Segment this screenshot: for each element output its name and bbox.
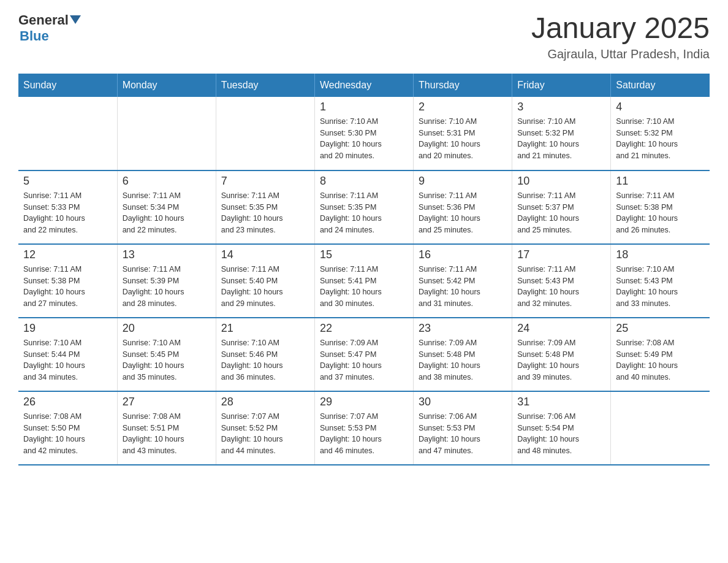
day-info: Sunrise: 7:11 AMSunset: 5:35 PMDaylight:… [320, 190, 408, 236]
day-info: Sunrise: 7:10 AMSunset: 5:32 PMDaylight:… [517, 116, 605, 162]
day-info: Sunrise: 7:06 AMSunset: 5:54 PMDaylight:… [517, 411, 605, 457]
day-info: Sunrise: 7:11 AMSunset: 5:35 PMDaylight:… [221, 190, 309, 236]
calendar-cell [611, 391, 710, 465]
day-number: 26 [23, 396, 112, 408]
calendar-table: SundayMondayTuesdayWednesdayThursdayFrid… [18, 74, 710, 465]
header-wednesday: Wednesday [314, 74, 413, 97]
calendar-cell: 13Sunrise: 7:11 AMSunset: 5:39 PMDayligh… [117, 244, 216, 318]
day-info: Sunrise: 7:08 AMSunset: 5:51 PMDaylight:… [123, 411, 211, 457]
day-number: 1 [320, 101, 408, 113]
day-info: Sunrise: 7:09 AMSunset: 5:47 PMDaylight:… [320, 337, 408, 383]
title-block: January 2025 Gajraula, Uttar Pradesh, In… [531, 12, 710, 61]
day-number: 10 [517, 175, 605, 188]
day-number: 9 [419, 175, 507, 188]
logo-arrow-icon [70, 15, 81, 24]
day-info: Sunrise: 7:11 AMSunset: 5:41 PMDaylight:… [320, 264, 408, 310]
calendar-cell: 5Sunrise: 7:11 AMSunset: 5:33 PMDaylight… [18, 170, 117, 244]
day-number: 21 [221, 322, 309, 335]
day-number: 7 [221, 175, 309, 188]
day-info: Sunrise: 7:11 AMSunset: 5:33 PMDaylight:… [23, 190, 112, 236]
day-info: Sunrise: 7:11 AMSunset: 5:36 PMDaylight:… [419, 190, 507, 236]
logo-general-text: General [18, 12, 69, 28]
day-number: 30 [419, 396, 507, 408]
day-number: 29 [320, 396, 408, 408]
day-number: 12 [23, 248, 112, 261]
location-title: Gajraula, Uttar Pradesh, India [531, 47, 710, 61]
header-saturday: Saturday [611, 74, 710, 97]
day-info: Sunrise: 7:09 AMSunset: 5:48 PMDaylight:… [517, 337, 605, 383]
day-number: 3 [517, 101, 605, 113]
day-number: 25 [616, 322, 705, 335]
calendar-cell: 28Sunrise: 7:07 AMSunset: 5:52 PMDayligh… [216, 391, 314, 465]
day-number: 28 [221, 396, 309, 408]
day-info: Sunrise: 7:06 AMSunset: 5:53 PMDaylight:… [419, 411, 507, 457]
day-info: Sunrise: 7:07 AMSunset: 5:53 PMDaylight:… [320, 411, 408, 457]
day-info: Sunrise: 7:11 AMSunset: 5:40 PMDaylight:… [221, 264, 309, 310]
calendar-cell: 4Sunrise: 7:10 AMSunset: 5:32 PMDaylight… [611, 97, 710, 170]
calendar-cell: 6Sunrise: 7:11 AMSunset: 5:34 PMDaylight… [117, 170, 216, 244]
day-info: Sunrise: 7:09 AMSunset: 5:48 PMDaylight:… [419, 337, 507, 383]
calendar-cell: 12Sunrise: 7:11 AMSunset: 5:38 PMDayligh… [18, 244, 117, 318]
calendar-cell: 2Sunrise: 7:10 AMSunset: 5:31 PMDaylight… [414, 97, 512, 170]
calendar-cell: 7Sunrise: 7:11 AMSunset: 5:35 PMDaylight… [216, 170, 314, 244]
day-number: 2 [419, 101, 507, 113]
day-number: 18 [616, 248, 705, 261]
calendar-cell: 27Sunrise: 7:08 AMSunset: 5:51 PMDayligh… [117, 391, 216, 465]
calendar-cell: 31Sunrise: 7:06 AMSunset: 5:54 PMDayligh… [512, 391, 611, 465]
calendar-cell: 1Sunrise: 7:10 AMSunset: 5:30 PMDaylight… [314, 97, 413, 170]
calendar-cell: 19Sunrise: 7:10 AMSunset: 5:44 PMDayligh… [18, 318, 117, 391]
header-sunday: Sunday [18, 74, 117, 97]
day-number: 31 [517, 396, 605, 408]
header-friday: Friday [512, 74, 611, 97]
calendar-cell: 18Sunrise: 7:10 AMSunset: 5:43 PMDayligh… [611, 244, 710, 318]
day-info: Sunrise: 7:10 AMSunset: 5:45 PMDaylight:… [123, 337, 211, 383]
day-number: 23 [419, 322, 507, 335]
day-number: 19 [23, 322, 112, 335]
day-info: Sunrise: 7:10 AMSunset: 5:30 PMDaylight:… [320, 116, 408, 162]
calendar-cell: 29Sunrise: 7:07 AMSunset: 5:53 PMDayligh… [314, 391, 413, 465]
calendar-cell: 10Sunrise: 7:11 AMSunset: 5:37 PMDayligh… [512, 170, 611, 244]
calendar-cell: 9Sunrise: 7:11 AMSunset: 5:36 PMDaylight… [414, 170, 512, 244]
page-header: General Blue January 2025 Gajraula, Utta… [18, 12, 710, 61]
day-number: 11 [616, 175, 705, 188]
calendar-cell [216, 97, 314, 170]
day-info: Sunrise: 7:11 AMSunset: 5:34 PMDaylight:… [123, 190, 211, 236]
logo: General Blue [18, 12, 81, 44]
calendar-cell [18, 97, 117, 170]
week-row-5: 26Sunrise: 7:08 AMSunset: 5:50 PMDayligh… [18, 391, 710, 465]
day-info: Sunrise: 7:10 AMSunset: 5:31 PMDaylight:… [419, 116, 507, 162]
day-info: Sunrise: 7:08 AMSunset: 5:50 PMDaylight:… [23, 411, 112, 457]
svg-marker-0 [70, 15, 81, 24]
day-info: Sunrise: 7:11 AMSunset: 5:43 PMDaylight:… [517, 264, 605, 310]
day-number: 24 [517, 322, 605, 335]
calendar-cell: 22Sunrise: 7:09 AMSunset: 5:47 PMDayligh… [314, 318, 413, 391]
header-tuesday: Tuesday [216, 74, 314, 97]
calendar-cell: 23Sunrise: 7:09 AMSunset: 5:48 PMDayligh… [414, 318, 512, 391]
day-info: Sunrise: 7:11 AMSunset: 5:38 PMDaylight:… [23, 264, 112, 310]
week-row-4: 19Sunrise: 7:10 AMSunset: 5:44 PMDayligh… [18, 318, 710, 391]
header-thursday: Thursday [414, 74, 512, 97]
day-number: 20 [123, 322, 211, 335]
calendar-cell: 30Sunrise: 7:06 AMSunset: 5:53 PMDayligh… [414, 391, 512, 465]
calendar-cell: 15Sunrise: 7:11 AMSunset: 5:41 PMDayligh… [314, 244, 413, 318]
calendar-header-row: SundayMondayTuesdayWednesdayThursdayFrid… [18, 74, 710, 97]
day-info: Sunrise: 7:07 AMSunset: 5:52 PMDaylight:… [221, 411, 309, 457]
day-info: Sunrise: 7:10 AMSunset: 5:43 PMDaylight:… [616, 264, 705, 310]
month-title: January 2025 [531, 12, 710, 45]
day-number: 5 [23, 175, 112, 188]
calendar-cell: 20Sunrise: 7:10 AMSunset: 5:45 PMDayligh… [117, 318, 216, 391]
calendar-cell: 24Sunrise: 7:09 AMSunset: 5:48 PMDayligh… [512, 318, 611, 391]
calendar-cell: 16Sunrise: 7:11 AMSunset: 5:42 PMDayligh… [414, 244, 512, 318]
calendar-cell: 14Sunrise: 7:11 AMSunset: 5:40 PMDayligh… [216, 244, 314, 318]
day-number: 4 [616, 101, 705, 113]
header-monday: Monday [117, 74, 216, 97]
week-row-1: 1Sunrise: 7:10 AMSunset: 5:30 PMDaylight… [18, 97, 710, 170]
day-number: 27 [123, 396, 211, 408]
calendar-cell: 26Sunrise: 7:08 AMSunset: 5:50 PMDayligh… [18, 391, 117, 465]
day-info: Sunrise: 7:11 AMSunset: 5:39 PMDaylight:… [123, 264, 211, 310]
calendar-cell: 3Sunrise: 7:10 AMSunset: 5:32 PMDaylight… [512, 97, 611, 170]
logo-blue-text: Blue [20, 28, 49, 44]
day-number: 22 [320, 322, 408, 335]
week-row-3: 12Sunrise: 7:11 AMSunset: 5:38 PMDayligh… [18, 244, 710, 318]
day-number: 14 [221, 248, 309, 261]
